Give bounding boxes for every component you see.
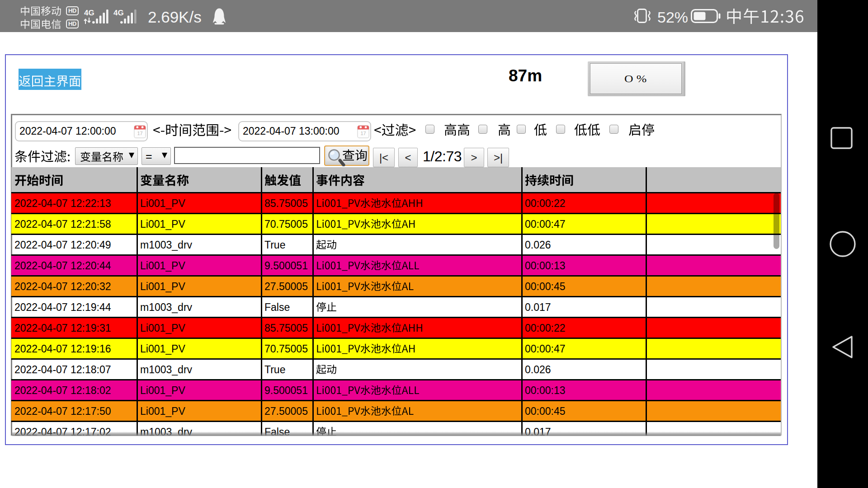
- svg-text:17: 17: [360, 131, 366, 136]
- svg-text:17: 17: [137, 131, 142, 136]
